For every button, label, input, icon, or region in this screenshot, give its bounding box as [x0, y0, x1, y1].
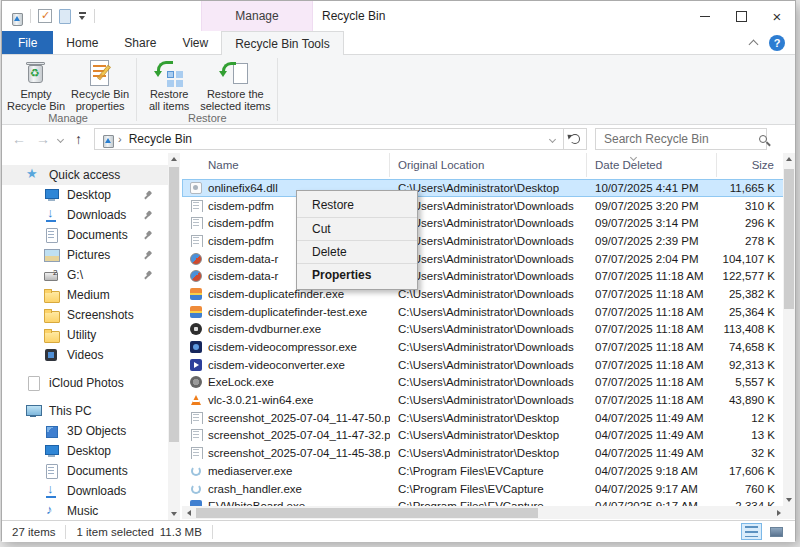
scrollbar-corner [783, 506, 795, 519]
up-icon[interactable]: ↑ [75, 128, 82, 150]
sidebar-item[interactable]: Downloads [2, 481, 168, 501]
scroll-down-icon[interactable] [168, 508, 180, 520]
file-row[interactable]: cisdem-data-r C:\Users\Administrator\Dow… [182, 250, 785, 268]
tab-view[interactable]: View [169, 31, 221, 54]
file-row[interactable]: cisdem-pdfm C:\Users\Administrator\Downl… [182, 197, 785, 215]
pin-icon[interactable] [143, 230, 154, 241]
breadcrumb[interactable]: Recycle Bin [129, 132, 192, 146]
search-input[interactable] [604, 132, 759, 146]
file-row[interactable]: cisdem-pdfm C:\Users\Administrator\Downl… [182, 214, 785, 232]
sidebar-item[interactable]: Medium [2, 285, 168, 305]
pin-icon[interactable] [143, 190, 154, 201]
address-bar-row: ← → ↑ › Recycle Bin [2, 125, 795, 153]
recent-locations-dropdown-icon[interactable] [57, 135, 64, 142]
context-menu-item[interactable]: Properties [297, 263, 417, 286]
sidebar-item[interactable]: This PC [2, 401, 168, 421]
collapse-ribbon-icon[interactable] [749, 40, 759, 50]
sidebar-item[interactable]: G:\ [2, 265, 168, 285]
recycle-bin-properties-button[interactable]: Recycle Bin properties [68, 58, 132, 112]
forward-icon[interactable]: → [36, 128, 50, 150]
list-horizontal-scrollbar[interactable] [182, 506, 785, 519]
list-vertical-scrollbar[interactable] [783, 153, 795, 506]
file-size: 296 K [717, 217, 785, 229]
file-icon [190, 465, 202, 477]
file-row[interactable]: screenshot_2025-07-04_11-47-32.p... C:\U… [182, 427, 785, 445]
sidebar-item[interactable]: Videos [2, 345, 168, 365]
file-row[interactable]: ExeLock.exe C:\Users\Administrator\Downl… [182, 374, 785, 392]
column-header-size[interactable]: Size [717, 153, 785, 177]
scrollbar-thumb[interactable] [196, 508, 538, 518]
file-row[interactable]: crash_handler.exe C:\Program Files\EVCap… [182, 480, 785, 498]
column-header-name[interactable]: Name [182, 153, 390, 177]
scroll-down-icon[interactable] [783, 494, 795, 506]
file-row[interactable]: cisdem-data-r C:\Users\Administrator\Dow… [182, 267, 785, 285]
context-menu-item[interactable]: Cut [297, 217, 417, 240]
sidebar-item[interactable]: Documents [2, 461, 168, 481]
sidebar-item[interactable]: Pictures [2, 245, 168, 265]
context-menu-item[interactable]: Delete [297, 240, 417, 263]
sidebar-item[interactable]: Documents [2, 225, 168, 245]
file-row[interactable]: cisdem-duplicatefinder.exe C:\Users\Admi… [182, 285, 785, 303]
file-row[interactable]: screenshot_2025-07-04_11-47-50.p... C:\U… [182, 409, 785, 427]
sidebar-item[interactable]: 3D Objects [2, 421, 168, 441]
tab-share[interactable]: Share [111, 31, 169, 54]
column-header-date-deleted[interactable]: Date Deleted [587, 153, 717, 177]
maximize-button[interactable] [723, 1, 759, 31]
file-row[interactable]: EVWhiteBoard.exe C:\Program Files\EVCapt… [182, 497, 785, 506]
pin-icon[interactable] [143, 270, 154, 281]
sidebar-item[interactable]: Quick access [2, 165, 168, 185]
details-view-button[interactable] [741, 523, 762, 540]
sidebar-item[interactable]: Desktop [2, 185, 168, 205]
qat-customize-dropdown-icon[interactable] [78, 10, 87, 22]
file-row[interactable]: cisdem-pdfm C:\Users\Administrator\Downl… [182, 232, 785, 250]
file-row[interactable]: mediaserver.exe C:\Program Files\EVCaptu… [182, 462, 785, 480]
tab-file[interactable]: File [2, 31, 53, 54]
sidebar-item[interactable]: Screenshots [2, 305, 168, 325]
recycle-bin-app-icon[interactable] [10, 9, 23, 24]
address-bar[interactable]: › Recycle Bin [94, 128, 564, 150]
back-icon[interactable]: ← [12, 128, 26, 150]
scroll-up-icon[interactable] [168, 153, 180, 165]
restore-selected-items-icon [219, 58, 251, 88]
file-row[interactable]: cisdem-videoconverter.exe C:\Users\Admin… [182, 356, 785, 374]
sidebar-item[interactable]: Desktop [2, 441, 168, 461]
file-icon [190, 341, 202, 353]
file-size: 278 K [717, 235, 785, 247]
file-row[interactable]: cisdem-videocompressor.exe C:\Users\Admi… [182, 338, 785, 356]
tab-home[interactable]: Home [53, 31, 111, 54]
scrollbar-thumb[interactable] [169, 167, 179, 442]
file-row[interactable]: onlinefix64.dll C:\Users\Administrator\D… [182, 179, 785, 197]
scroll-left-icon[interactable] [182, 506, 195, 519]
close-button[interactable]: × [759, 1, 795, 31]
address-dropdown-icon[interactable] [549, 135, 556, 142]
scrollbar-thumb[interactable] [784, 169, 794, 309]
empty-recycle-bin-button[interactable]: Empty Recycle Bin [4, 58, 68, 112]
contextual-tab-manage[interactable]: Manage [201, 1, 313, 31]
pin-icon[interactable] [143, 210, 154, 221]
refresh-button[interactable] [564, 128, 587, 150]
context-menu-item[interactable]: Restore [297, 194, 417, 217]
sidebar-item[interactable]: Downloads [2, 205, 168, 225]
file-row[interactable]: cisdem-dvdburner.exe C:\Users\Administra… [182, 321, 785, 339]
tab-recycle-bin-tools[interactable]: Recycle Bin Tools [221, 31, 344, 55]
sidebar-item-icon [44, 308, 59, 322]
column-header-original-location[interactable]: Original Location [390, 153, 587, 177]
file-row[interactable]: vlc-3.0.21-win64.exe C:\Users\Administra… [182, 391, 785, 409]
minimize-button[interactable] [687, 1, 723, 31]
file-row[interactable]: cisdem-duplicatefinder-test.exe C:\Users… [182, 303, 785, 321]
pin-icon[interactable] [143, 250, 154, 261]
scroll-up-icon[interactable] [783, 153, 795, 165]
sidebar-item[interactable]: Utility [2, 325, 168, 345]
restore-selected-items-button[interactable]: Restore the selected items [197, 58, 273, 112]
file-row[interactable]: screenshot_2025-07-04_11-45-38.p... C:\U… [182, 444, 785, 462]
sidebar-item[interactable]: iCloud Photos [2, 373, 168, 393]
search-box[interactable] [595, 128, 767, 150]
sidebar-scrollbar[interactable] [168, 153, 180, 520]
qat-new-folder-icon[interactable] [59, 9, 71, 24]
help-icon[interactable]: ? [769, 35, 785, 51]
group-caption-restore: Restore [141, 112, 273, 124]
qat-properties-icon[interactable] [38, 9, 52, 23]
sidebar-item[interactable]: Music [2, 501, 168, 520]
large-icons-view-button[interactable] [766, 523, 787, 540]
restore-all-items-button[interactable]: Restore all items [141, 58, 197, 112]
